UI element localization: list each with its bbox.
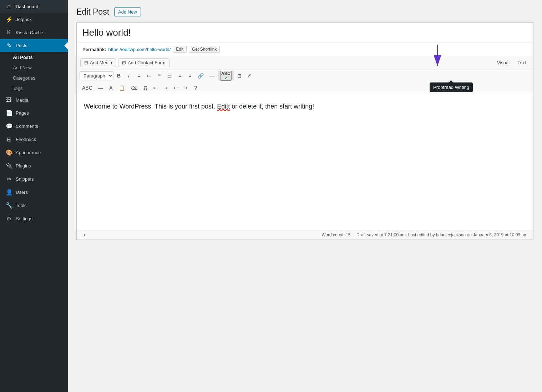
media-icon: 🖼 [6,97,12,103]
read-more-button[interactable]: — [207,71,217,80]
horizontal-rule-button[interactable]: — [96,83,106,92]
sidebar-label-dashboard: Dashboard [16,4,39,9]
settings-icon: ⚙ [6,215,12,222]
strikethrough-button[interactable]: ABC [80,83,95,92]
help-button[interactable]: ? [191,83,200,92]
page-break-button[interactable]: ⊡ [235,71,244,80]
sidebar-item-settings[interactable]: ⚙Settings [0,212,68,225]
add-new-button[interactable]: Add New [114,7,141,16]
align-right-button[interactable]: ≡ [185,71,194,80]
dashboard-icon: ⌂ [6,3,12,10]
clear-format-button[interactable]: ⌫ [128,83,140,92]
jetpack-icon: ⚡ [6,16,12,23]
sidebar-item-pages[interactable]: 📄Pages [0,106,68,120]
add-contact-icon: ⊞ [122,60,126,65]
tab-text[interactable]: Text [514,59,530,67]
align-left-button[interactable]: ☰ [165,71,174,80]
sidebar-item-comments[interactable]: 💬Comments [0,120,68,133]
blockquote-button[interactable]: ❝ [155,71,164,80]
sidebar-item-jetpack[interactable]: ⚡Jetpack [0,13,68,26]
snippets-icon: ✂ [6,176,12,182]
typo-word: Editt [217,103,230,110]
italic-button[interactable]: I [124,71,133,80]
sidebar-label-snippets: Snippets [16,176,34,182]
sidebar-label-kinsta: Kinsta Cache [16,30,43,35]
redo-button[interactable]: ↪ [181,83,190,92]
sidebar-label-jetpack: Jetpack [16,17,32,22]
unordered-list-button[interactable]: ≡ [134,71,143,80]
permalink-edit-button[interactable]: Edit [173,46,187,53]
fullscreen-button[interactable]: ⤢ [245,71,254,80]
ordered-list-button[interactable]: ≔ [144,71,154,80]
add-media-icon: ⊞ [84,60,88,65]
sidebar-label-settings: Settings [16,216,32,221]
editor-footer: p Word count: 15 Draft saved at 7:21:00 … [77,230,533,240]
editor-container: Permalink: https://editwp.com/hello-worl… [76,22,533,240]
toolbar-row-1: Paragraph B I ≡ ≔ ❝ ☰ ≡ ≡ 🔗 — ABC✓ ⊡ ⤢ [77,70,533,82]
kinsta-icon: K [6,29,12,36]
sidebar-item-posts[interactable]: ✎Posts [0,39,68,52]
sidebar-label-feedback: Feedback [16,137,36,142]
feedback-icon: ⊞ [6,136,12,143]
sidebar-item-feedback[interactable]: ⊞Feedback [0,133,68,146]
toolbar-tabs: Visual Text [493,59,530,67]
undo-button[interactable]: ↩ [171,83,180,92]
sidebar-item-tools[interactable]: 🔧Tools [0,199,68,212]
page-title: Edit Post [76,7,109,17]
word-count: 15 [346,232,350,237]
special-char-button[interactable]: Ω [141,83,150,92]
active-arrow [64,42,68,49]
get-shortlink-button[interactable]: Get Shortlink [189,46,220,53]
pages-icon: 📄 [6,110,12,116]
indent-button[interactable]: ⇥ [161,83,170,92]
sidebar-item-users[interactable]: 👤Users [0,186,68,199]
paragraph-marker: p [82,232,85,237]
bold-button[interactable]: B [114,71,123,80]
add-media-button[interactable]: ⊞ Add Media [80,58,116,67]
sidebar-sub-add-new[interactable]: Add New [0,62,68,73]
text-color-button[interactable]: A [106,83,116,92]
sidebar-item-plugins[interactable]: 🔌Plugins [0,159,68,172]
sidebar-sub-categories[interactable]: Categories [0,73,68,83]
permalink-url[interactable]: https://editwp.com/hello-world/ [108,47,171,52]
permalink-bar: Permalink: https://editwp.com/hello-worl… [77,43,533,56]
content-before: Welcome to WordPress. This is your first… [84,103,217,110]
post-title-area [77,23,533,43]
outdent-button[interactable]: ⇤ [151,83,160,92]
status-bar: Word count: 15 Draft saved at 7:21:00 am… [321,232,527,237]
comments-icon: 💬 [6,123,12,130]
tools-icon: 🔧 [6,202,12,209]
add-contact-button[interactable]: ⊞ Add Contact Form [118,58,169,67]
posts-icon: ✎ [6,42,12,49]
paragraph-select[interactable]: Paragraph [80,71,113,80]
page-header: Edit Post Add New [76,7,533,17]
sidebar-sub-tags[interactable]: Tags [0,83,68,94]
sidebar-item-media[interactable]: 🖼Media [0,94,68,106]
tab-visual[interactable]: Visual [493,59,513,67]
sidebar-label-appearance: Appearance [16,150,41,155]
toolbar-top-left: ⊞ Add Media ⊞ Add Contact Form [80,58,169,67]
editor-content[interactable]: Welcome to WordPress. This is your first… [77,94,533,230]
paste-text-button[interactable]: 📋 [116,83,127,92]
sidebar-label-plugins: Plugins [16,163,31,169]
sidebar-item-snippets[interactable]: ✂Snippets [0,172,68,186]
toolbar-area: ⊞ Add Media ⊞ Add Contact Form Visual Te… [77,56,533,94]
proofread-button[interactable]: ABC✓ [218,71,234,80]
appearance-icon: 🎨 [6,149,12,156]
sidebar-label-users: Users [16,190,28,195]
sidebar-item-kinsta[interactable]: KKinsta Cache [0,26,68,39]
sidebar-label-pages: Pages [16,110,29,116]
word-count-label: Word count: [321,232,344,237]
permalink-label: Permalink: [82,47,106,52]
sidebar-item-appearance[interactable]: 🎨Appearance [0,146,68,159]
insert-link-button[interactable]: 🔗 [195,71,206,80]
users-icon: 👤 [6,189,12,196]
content-after: or delete it, then start writing! [230,103,314,110]
post-title-input[interactable] [82,27,527,38]
sidebar-item-dashboard[interactable]: ⌂Dashboard [0,0,68,13]
sidebar-label-media: Media [16,97,28,103]
toolbar-top: ⊞ Add Media ⊞ Add Contact Form Visual Te… [77,56,533,70]
sidebar-label-comments: Comments [16,124,38,129]
sidebar-sub-all-posts[interactable]: All Posts [0,52,68,62]
align-center-button[interactable]: ≡ [175,71,184,80]
